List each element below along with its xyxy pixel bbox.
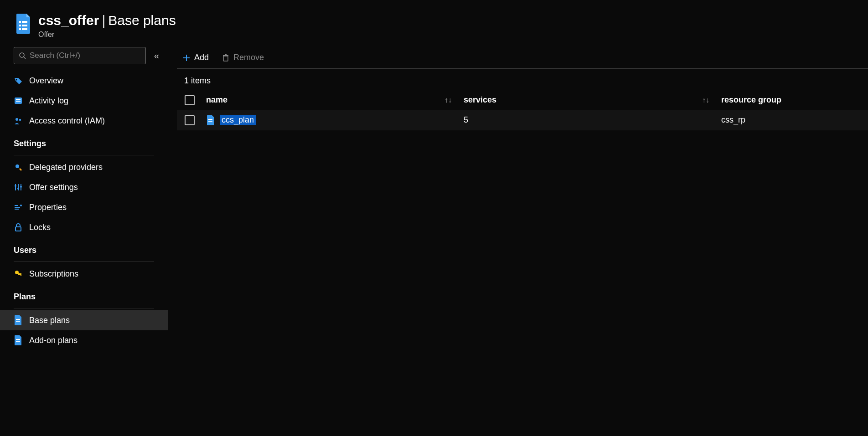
sidebar-item-label: Delegated providers xyxy=(29,163,103,172)
toolbar: Add Remove xyxy=(177,47,868,69)
sidebar-item-label: Subscriptions xyxy=(29,269,78,279)
sidebar-item-addon-plans[interactable]: Add-on plans xyxy=(0,330,168,350)
log-icon xyxy=(14,96,23,105)
sidebar-item-label: Base plans xyxy=(29,316,70,325)
table-row[interactable]: ccs_plan 5 css_rp xyxy=(177,110,868,130)
sidebar-group-heading-plans: Plans xyxy=(0,284,168,304)
page-header: css_offer | Base plans Offer xyxy=(0,0,868,47)
offer-icon xyxy=(15,13,33,33)
svg-rect-22 xyxy=(15,207,20,208)
sidebar-item-label: Offer settings xyxy=(29,183,78,192)
svg-rect-21 xyxy=(15,205,18,206)
sidebar-item-activity-log[interactable]: Activity log xyxy=(0,91,168,111)
divider xyxy=(14,155,154,155)
resource-name: css_offer xyxy=(38,13,99,28)
sidebar-item-properties[interactable]: Properties xyxy=(0,197,168,217)
select-all-checkbox[interactable] xyxy=(185,95,195,105)
row-checkbox[interactable] xyxy=(185,115,195,125)
sliders-icon xyxy=(14,183,23,192)
people-icon xyxy=(14,116,23,125)
svg-rect-27 xyxy=(18,273,21,275)
plans-table: name ↑↓ services ↑↓ resource group ccs_p… xyxy=(177,90,868,130)
sidebar: « Overview Activity log xyxy=(0,47,168,436)
tag-icon xyxy=(14,76,23,85)
sidebar-item-label: Add-on plans xyxy=(29,336,78,345)
lock-icon xyxy=(14,223,23,232)
add-button-label: Add xyxy=(194,53,209,62)
svg-rect-2 xyxy=(19,25,21,26)
key-icon xyxy=(14,269,23,278)
sidebar-item-label: Overview xyxy=(29,76,63,86)
add-button[interactable]: Add xyxy=(181,47,211,68)
svg-rect-32 xyxy=(16,341,20,342)
table-header: name ↑↓ services ↑↓ resource group xyxy=(177,90,868,110)
properties-icon xyxy=(14,203,23,212)
items-count: 1 items xyxy=(177,69,868,90)
sidebar-item-label: Access control (IAM) xyxy=(29,116,105,126)
plan-icon xyxy=(14,336,23,345)
svg-rect-39 xyxy=(208,121,212,122)
sidebar-item-label: Properties xyxy=(29,203,67,212)
svg-rect-35 xyxy=(223,56,228,61)
svg-rect-28 xyxy=(21,275,21,276)
svg-rect-31 xyxy=(16,339,20,340)
svg-point-14 xyxy=(16,164,19,168)
cell-resource-group: css_rp xyxy=(718,115,863,125)
plan-icon xyxy=(206,115,215,126)
column-header-resource-group[interactable]: resource group xyxy=(718,95,863,105)
svg-rect-29 xyxy=(16,319,20,320)
svg-point-13 xyxy=(19,119,21,121)
column-header-name[interactable]: name xyxy=(202,95,437,105)
plan-name-link[interactable]: ccs_plan xyxy=(220,115,256,125)
sidebar-item-base-plans[interactable]: Base plans xyxy=(0,310,168,330)
sidebar-item-overview[interactable]: Overview xyxy=(0,71,168,91)
sidebar-search[interactable] xyxy=(14,47,146,64)
svg-rect-25 xyxy=(16,227,21,231)
svg-line-7 xyxy=(24,57,26,59)
plus-icon xyxy=(182,54,191,62)
providers-icon xyxy=(14,163,23,172)
plan-icon xyxy=(14,316,23,325)
sidebar-item-label: Activity log xyxy=(29,96,68,106)
sidebar-item-delegated-providers[interactable]: Delegated providers xyxy=(0,157,168,177)
remove-button[interactable]: Remove xyxy=(220,47,266,68)
svg-point-6 xyxy=(20,53,24,57)
sidebar-item-label: Locks xyxy=(29,223,51,232)
sort-icon[interactable]: ↑↓ xyxy=(437,96,460,104)
svg-rect-11 xyxy=(16,101,21,102)
title-separator: | xyxy=(102,13,105,28)
svg-rect-37 xyxy=(225,54,227,55)
sort-icon[interactable]: ↑↓ xyxy=(695,96,718,104)
svg-rect-5 xyxy=(22,28,27,30)
collapse-sidebar-button[interactable]: « xyxy=(154,51,159,61)
svg-rect-4 xyxy=(19,28,21,30)
search-icon xyxy=(19,52,26,59)
svg-rect-36 xyxy=(223,55,228,56)
column-header-services[interactable]: services xyxy=(460,95,695,105)
svg-point-8 xyxy=(16,79,17,81)
main-content: Add Remove 1 items name ↑↓ servi xyxy=(168,47,868,436)
trash-icon xyxy=(222,54,230,62)
page-title: Base plans xyxy=(108,13,176,28)
svg-rect-38 xyxy=(208,119,212,120)
sidebar-item-access-control[interactable]: Access control (IAM) xyxy=(0,111,168,131)
sidebar-group-heading-users: Users xyxy=(0,237,168,258)
svg-point-19 xyxy=(17,188,19,190)
svg-rect-23 xyxy=(15,209,19,210)
search-input[interactable] xyxy=(30,51,141,60)
sidebar-item-locks[interactable]: Locks xyxy=(0,217,168,237)
svg-rect-1 xyxy=(22,21,27,23)
svg-point-24 xyxy=(20,205,22,206)
resource-type: Offer xyxy=(38,31,176,39)
sidebar-item-subscriptions[interactable]: Subscriptions xyxy=(0,264,168,284)
divider xyxy=(14,308,154,308)
remove-button-label: Remove xyxy=(233,53,264,62)
cell-services: 5 xyxy=(460,115,695,125)
svg-rect-0 xyxy=(19,21,21,23)
sidebar-group-heading-settings: Settings xyxy=(0,131,168,151)
svg-point-20 xyxy=(20,186,22,188)
svg-rect-3 xyxy=(22,25,27,26)
svg-rect-30 xyxy=(16,321,20,322)
svg-point-18 xyxy=(15,185,16,187)
sidebar-item-offer-settings[interactable]: Offer settings xyxy=(0,177,168,197)
